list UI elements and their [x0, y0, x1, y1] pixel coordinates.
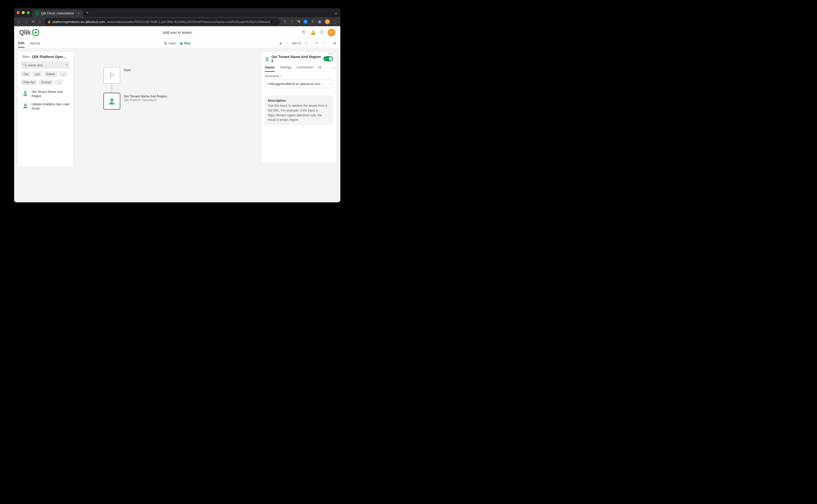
browser-toolbar: ← → ⟳ ⌂ 🔒 platformoperations.eu.qlikclou… [14, 17, 340, 26]
rss-extension-icon[interactable]: ◥ [297, 19, 300, 24]
separator [311, 41, 311, 46]
address-bar[interactable]: 🔒 platformoperations.eu.qlikcloud.com/au… [44, 18, 280, 25]
settings-gear-icon[interactable]: ⚙ [333, 41, 336, 45]
chip-more[interactable]: … [59, 71, 67, 77]
back-button[interactable]: ‹ Back [21, 55, 30, 59]
list-item[interactable]: Get Tenant Name And Region [21, 89, 70, 99]
blocks-panel: ‹ Back Qlik Platform Oper… 🔍 × Get List … [18, 51, 73, 167]
list-item-label: Update Analytics App Load Script [32, 102, 69, 111]
close-window-button[interactable] [17, 11, 20, 14]
page-title: Add user to tenant [163, 31, 191, 35]
start-node[interactable]: ⚐ [103, 67, 120, 84]
svg-rect-3 [25, 95, 26, 96]
svg-rect-2 [24, 95, 24, 96]
tab-connection[interactable]: Connection [297, 65, 313, 72]
zoom-in-button[interactable]: + [305, 41, 307, 45]
svg-rect-7 [24, 107, 24, 108]
tab-favicon [35, 12, 39, 15]
qlik-logo[interactable]: Qlik [19, 29, 39, 36]
block-list: Get Tenant Name And Region Update Analyt… [21, 89, 70, 112]
back-icon[interactable]: ← [17, 20, 21, 24]
user-avatar[interactable]: DC [328, 29, 335, 36]
workspace: ‹ Back Qlik Platform Oper… 🔍 × Get List … [14, 48, 340, 202]
svg-rect-18 [267, 60, 267, 61]
chip-list[interactable]: List [32, 71, 42, 77]
svg-rect-14 [113, 103, 114, 104]
selected-block-title: Get Tenant Name And Region 2 [272, 55, 323, 63]
chip-raw-api[interactable]: Raw Api [21, 79, 37, 85]
svg-point-11 [111, 99, 112, 100]
extensions-icon[interactable]: ✦ [311, 19, 314, 24]
url-host: platformoperations.eu.qlikcloud.com [52, 20, 105, 24]
svg-point-1 [25, 92, 26, 93]
sidepanel-icon[interactable]: ▣ [318, 19, 321, 24]
browser-window: Qlik Cloud | Automations × + ⌄ ← → ⟳ ⌂ 🔒… [14, 8, 340, 202]
help-icon[interactable]: ?⃝ [302, 30, 306, 35]
properties-tabs: Inputs Settings Connection Hi › [261, 65, 337, 72]
locate-icon[interactable]: ◈ [279, 41, 282, 45]
profile-avatar[interactable]: D [325, 19, 330, 24]
extension-badge[interactable]: 6 [304, 20, 308, 24]
toolbar-center: 🖫 Save ▶ Run [164, 41, 190, 45]
undo-icon[interactable]: ↶ [315, 41, 318, 45]
tab-edit[interactable]: Edit [18, 39, 24, 48]
save-icon: 🖫 [164, 41, 167, 45]
tab-history[interactable]: History [30, 39, 40, 48]
enabled-toggle[interactable]: 🔗 [323, 56, 333, 61]
svg-point-6 [25, 104, 26, 105]
notifications-icon[interactable]: 🔔 [310, 30, 316, 35]
svg-rect-8 [25, 107, 26, 108]
tab-settings[interactable]: Settings [280, 65, 292, 72]
apps-grid-icon[interactable]: ⠿ [320, 30, 323, 35]
bookmark-icon[interactable]: ☆ [290, 19, 293, 24]
minimize-panel-icon[interactable]: — [329, 51, 333, 56]
tab-inputs[interactable]: Inputs [265, 65, 275, 72]
panel-header: ‹ Back Qlik Platform Oper… [21, 55, 70, 59]
list-item[interactable]: Update Analytics App Load Script [21, 101, 70, 112]
chevron-down-icon[interactable]: ⌄ [329, 82, 331, 85]
header-actions: ?⃝ 🔔 ⠿ DC [302, 29, 335, 36]
chip-groups[interactable]: Groups [39, 79, 53, 85]
maximize-window-button[interactable] [27, 11, 30, 14]
svg-rect-19 [268, 60, 268, 61]
save-button[interactable]: 🖫 Save [164, 41, 176, 45]
save-label: Save [168, 41, 176, 45]
url-path: /automations/editor/55832c90-fb06-11ed-9… [106, 20, 271, 24]
svg-rect-12 [109, 103, 110, 104]
chip-delete[interactable]: Delete [44, 71, 58, 77]
zoom-out-button[interactable]: − [286, 41, 288, 45]
panel-header: Get Tenant Name And Region 2 🔗 [261, 55, 337, 63]
svg-point-16 [267, 58, 267, 58]
run-button[interactable]: ▶ Run [180, 41, 190, 45]
block-icon [21, 90, 29, 97]
browser-menu-icon[interactable]: ⋮ [334, 19, 337, 24]
tab-hi[interactable]: Hi [318, 65, 321, 72]
reload-icon[interactable]: ⟳ [32, 19, 35, 24]
flag-icon: ⚐ [109, 72, 115, 79]
automation-canvas[interactable]: ⚐ Start Get Tenant Name And Region Qlik … [73, 48, 261, 202]
clear-search-icon[interactable]: × [66, 63, 68, 67]
share-icon[interactable]: ⇧ [283, 19, 287, 24]
logo-text: Qlik [19, 29, 31, 36]
redo-icon[interactable]: ↷ [322, 41, 325, 45]
close-tab-icon[interactable]: × [78, 11, 80, 15]
logo-mark-icon [32, 29, 39, 36]
hostname-input[interactable] [265, 79, 333, 88]
tab-title: Qlik Cloud | Automations [41, 12, 74, 15]
block-node[interactable] [103, 93, 120, 109]
new-tab-button[interactable]: + [86, 10, 89, 15]
editor-toolbar: Edit History 🖫 Save ▶ Run ◈ − 100 % + [14, 39, 340, 48]
tabs-scroll-right-icon[interactable]: › [333, 65, 335, 70]
tab-strip-menu-icon[interactable]: ⌄ [335, 10, 338, 15]
chip-more2[interactable]: … [55, 79, 63, 85]
link-icon: 🔗 [324, 58, 328, 60]
home-icon[interactable]: ⌂ [39, 20, 41, 24]
forward-icon[interactable]: → [24, 20, 28, 24]
app-root: Qlik Add user to tenant ?⃝ 🔔 ⠿ DC Edit H… [14, 26, 340, 202]
back-label: Back [23, 55, 30, 59]
chip-get[interactable]: Get [21, 71, 31, 77]
minimize-window-button[interactable] [22, 11, 25, 14]
search-input[interactable] [21, 61, 70, 69]
browser-tab[interactable]: Qlik Cloud | Automations × [32, 10, 83, 17]
window-controls [17, 11, 32, 14]
